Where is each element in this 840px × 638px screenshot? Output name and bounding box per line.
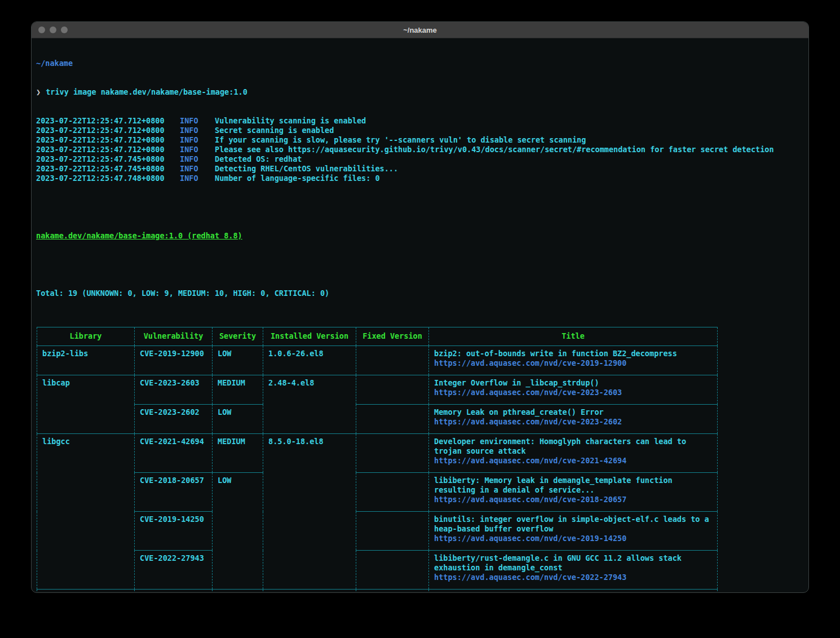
vulnerability-title: heap-based buffer overflow [434,524,712,534]
vulnerability-table: LibraryVulnerabilitySeverityInstalled Ve… [37,327,718,593]
log-timestamp: 2023-07-22T12:25:47.712+0800 [36,135,180,145]
table-row: bzip2-libsCVE-2019-12900LOW1.0.6-26.el8b… [37,346,718,375]
log-message: Detecting RHEL/CentOS vulnerabilities... [215,164,398,173]
library-cell: libgcc [37,434,135,590]
title-cell: libiberty/rust-demangle.c in GNU GCC 11.… [429,551,718,590]
log-line: 2023-07-22T12:25:47.712+0800INFOIf your … [36,135,804,145]
severity-cell: LOW [213,346,263,375]
table-row: CVE-2022-27943libiberty/rust-demangle.c … [37,551,718,590]
fixed-version-cell [356,590,429,593]
vulnerability-id-cell: CVE-2022-27943 [135,551,213,590]
library-cell: bzip2-libs [37,346,135,375]
vulnerability-title: Memory Leak on pthread_create() Error [434,407,712,417]
column-header: Library [37,327,135,346]
prompt-symbol: ❯ [36,87,41,96]
vulnerability-url[interactable]: https://avd.aquasec.com/nvd/cve-2019-129… [434,358,712,368]
vulnerability-url[interactable]: https://avd.aquasec.com/nvd/cve-2023-260… [434,417,712,427]
fixed-version-cell [356,375,429,405]
log-timestamp: 2023-07-22T12:25:47.712+0800 [36,126,180,135]
log-level: INFO [180,135,215,145]
severity-cell: MEDIUM [213,590,263,593]
log-timestamp: 2023-07-22T12:25:47.745+0800 [36,164,180,174]
column-header: Installed Version [263,327,356,346]
log-level: INFO [180,126,215,135]
title-cell: unbounded string expansion due to incorr… [429,590,718,593]
log-line: 2023-07-22T12:25:47.745+0800INFODetected… [36,154,804,164]
log-line: 2023-07-22T12:25:47.745+0800INFODetectin… [36,164,804,174]
table-row: CVE-2023-2602LOWMemory Leak on pthread_c… [37,405,718,434]
vulnerability-title: bzip2: out-of-bounds write in function B… [434,349,712,358]
vulnerability-id-cell: CVE-2019-14250 [135,512,213,551]
installed-version-cell: 8.5.0-18.el8 [263,434,356,590]
severity-cell: MEDIUM [213,434,263,473]
terminal-window: ~/nakame ~/nakame ❯trivy image nakame.de… [31,21,809,593]
fixed-version-cell [356,434,429,473]
column-header: Fixed Version [356,327,429,346]
severity-cell: LOW [213,473,263,590]
vulnerability-title: exhaustion in demangle_const [434,563,712,573]
vulnerability-title: Developer environment: Homoglyph charact… [434,437,712,446]
vulnerability-id-cell: CVE-2023-24056 [135,590,213,593]
column-header: Severity [213,327,263,346]
vulnerability-title: binutils: integer overflow in simple-obj… [434,515,712,524]
vulnerability-title: libiberty/rust-demangle.c in GNU GCC 11.… [434,553,712,563]
vulnerability-title: trojan source attack [434,446,712,456]
vulnerability-url[interactable]: https://avd.aquasec.com/nvd/cve-2023-260… [434,388,712,397]
close-button[interactable] [38,26,45,33]
vulnerability-title: libiberty: Memory leak in demangle_templ… [434,476,712,485]
log-line: 2023-07-22T12:25:47.712+0800INFOPlease s… [36,145,804,154]
title-cell: bzip2: out-of-bounds write in function B… [429,346,718,375]
cwd-line: ~/nakame [36,59,804,68]
table-header-row: LibraryVulnerabilitySeverityInstalled Ve… [37,327,718,346]
report-title: nakame.dev/nakame/base-image:1.0 (redhat… [36,231,804,241]
table-row: libgccCVE-2021-42694MEDIUM8.5.0-18.el8De… [37,434,718,473]
vulnerability-title: resulting in a denial of service... [434,485,712,495]
vulnerability-url[interactable]: https://avd.aquasec.com/nvd/cve-2021-426… [434,456,712,466]
title-cell: binutils: integer overflow in simple-obj… [429,512,718,551]
vulnerability-id-cell: CVE-2023-2603 [135,375,213,405]
fixed-version-cell [356,405,429,434]
traffic-lights [38,22,68,38]
fixed-version-cell [356,346,429,375]
blank-line [36,260,804,269]
log-message: Please see also https://aquasecurity.git… [215,145,774,154]
vulnerability-url[interactable]: https://avd.aquasec.com/nvd/cve-2019-142… [434,534,712,543]
log-line: 2023-07-22T12:25:47.712+0800INFOVulnerab… [36,116,804,126]
titlebar[interactable]: ~/nakame [32,22,808,38]
log-message: Vulnerability scanning is enabled [215,116,366,125]
vulnerability-id-cell: CVE-2018-20657 [135,473,213,512]
minimize-button[interactable] [50,26,56,33]
library-cell: libcap [37,375,135,434]
log-message: Secret scanning is enabled [215,126,334,135]
vulnerability-url[interactable]: https://avd.aquasec.com/nvd/cve-2022-279… [434,573,712,582]
table-row: CVE-2018-20657LOWlibiberty: Memory leak … [37,473,718,512]
vulnerability-url[interactable]: https://avd.aquasec.com/nvd/cve-2018-206… [434,495,712,504]
table-row: libpkgconfCVE-2023-24056MEDIUM1.4.2-1.el… [37,590,718,593]
column-header: Title [429,327,718,346]
log-output: 2023-07-22T12:25:47.712+0800INFOVulnerab… [36,116,804,183]
command-text: trivy image nakame.dev/nakame/base-image… [46,87,247,96]
title-cell: Developer environment: Homoglyph charact… [429,434,718,473]
log-timestamp: 2023-07-22T12:25:47.712+0800 [36,145,180,154]
log-message: Detected OS: redhat [215,154,302,163]
fixed-version-cell [356,473,429,512]
vulnerability-id-cell: CVE-2019-12900 [135,346,213,375]
installed-version-cell: 1.4.2-1.el8 [263,590,356,593]
fixed-version-cell [356,551,429,590]
installed-version-cell: 2.48-4.el8 [263,375,356,434]
title-cell: Memory Leak on pthread_create() Errorhtt… [429,405,718,434]
log-message: Number of language-specific files: 0 [215,174,380,183]
title-cell: libiberty: Memory leak in demangle_templ… [429,473,718,512]
zoom-button[interactable] [61,26,68,33]
library-cell: libpkgconf [37,590,135,593]
log-level: INFO [180,164,215,174]
terminal-body[interactable]: ~/nakame ❯trivy image nakame.dev/nakame/… [32,38,808,593]
command-line: ❯trivy image nakame.dev/nakame/base-imag… [36,87,804,97]
fixed-version-cell [356,512,429,551]
log-timestamp: 2023-07-22T12:25:47.745+0800 [36,154,180,164]
log-level: INFO [180,154,215,164]
log-timestamp: 2023-07-22T12:25:47.748+0800 [36,174,180,183]
table-row: CVE-2019-14250binutils: integer overflow… [37,512,718,551]
vulnerability-summary: Total: 19 (UNKNOWN: 0, LOW: 9, MEDIUM: 1… [36,289,804,298]
log-level: INFO [180,116,215,126]
